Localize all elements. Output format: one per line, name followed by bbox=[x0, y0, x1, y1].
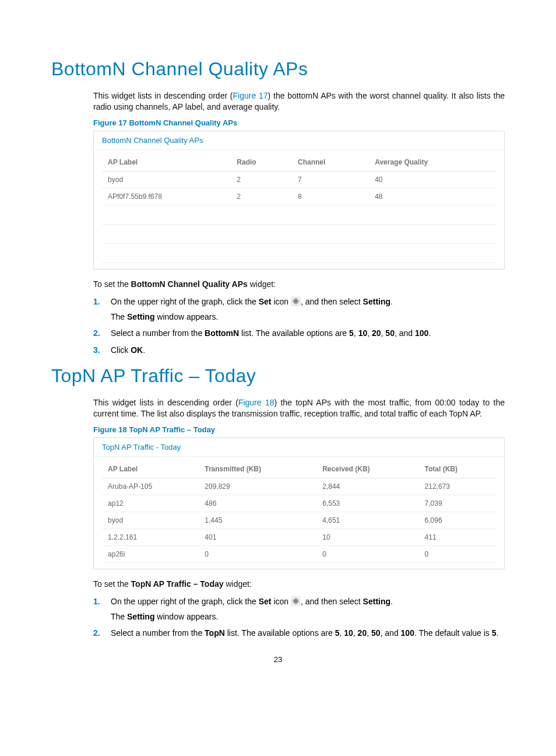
step-text: On the upper right of the graph, click t… bbox=[111, 597, 393, 606]
text: , bbox=[354, 328, 358, 338]
step-item: 2. Select a number from the TopN list. T… bbox=[93, 627, 505, 639]
step-item: 1. On the upper right of the graph, clic… bbox=[93, 596, 505, 623]
cell: 48 bbox=[369, 188, 496, 205]
bold-text: 10 bbox=[358, 328, 368, 338]
cell: 2 bbox=[231, 188, 292, 205]
table-header-row: AP Label Transmitted (KB) Received (KB) … bbox=[102, 460, 496, 478]
text: , bbox=[367, 628, 371, 638]
text: icon bbox=[272, 297, 291, 306]
table-row-empty: . bbox=[102, 224, 496, 243]
table-row: 1.2.2.161 401 10 411 bbox=[102, 528, 496, 545]
text: window appears. bbox=[154, 612, 218, 621]
col-transmitted: Transmitted (KB) bbox=[199, 460, 316, 478]
bold-text: 5 bbox=[349, 328, 354, 338]
bold-text: 50 bbox=[385, 328, 395, 338]
cell: 1,445 bbox=[199, 512, 316, 528]
table-row-empty: . bbox=[102, 205, 496, 224]
figure-17-caption: Figure 17 BottomN Channel Quality APs bbox=[93, 118, 505, 127]
widget-bottomn-channel-quality: BottomN Channel Quality APs AP Label Rad… bbox=[93, 131, 505, 270]
cell: 0 bbox=[316, 545, 418, 562]
text: , bbox=[353, 628, 358, 638]
bold-text: Setting bbox=[127, 312, 154, 321]
bold-text: Setting bbox=[363, 597, 390, 606]
section-title-bottomn: BottomN Channel Quality APs bbox=[51, 58, 505, 80]
step-number: 3. bbox=[93, 344, 100, 356]
text: . The default value is bbox=[414, 628, 492, 638]
text: , and then select bbox=[301, 597, 363, 606]
text: . bbox=[497, 628, 499, 638]
table-row: byod 2 7 40 bbox=[102, 171, 496, 188]
step-subtext: The Setting window appears. bbox=[111, 611, 505, 622]
text: The bbox=[111, 312, 127, 321]
cell: 40 bbox=[369, 171, 496, 188]
figure-18-caption: Figure 18 TopN AP Traffic – Today bbox=[93, 425, 505, 434]
intro-text: This widget lists in descending order ( bbox=[93, 398, 238, 407]
figure-18-link[interactable]: Figure 18 bbox=[238, 398, 275, 407]
text: On the upper right of the graph, click t… bbox=[111, 297, 259, 306]
cell: Aruba-AP-105 bbox=[102, 478, 199, 495]
cell: 10 bbox=[316, 528, 418, 545]
text: , and then select bbox=[301, 297, 363, 306]
widget-title: TopN AP Traffic - Today bbox=[94, 438, 504, 457]
cell: 2 bbox=[231, 171, 292, 188]
text: , and bbox=[395, 328, 415, 338]
section-title-topn: TopN AP Traffic – Today bbox=[51, 365, 505, 387]
col-received: Received (KB) bbox=[316, 460, 418, 478]
col-ap-label: AP Label bbox=[102, 153, 231, 172]
cell: 7 bbox=[292, 171, 369, 188]
page-number: 23 bbox=[51, 655, 505, 664]
cell: APf0f7.55b9.f678 bbox=[102, 188, 231, 205]
text: , bbox=[367, 328, 372, 338]
text: . bbox=[390, 297, 393, 306]
cell: 7,039 bbox=[419, 495, 496, 512]
table-row: ap12 486 6,553 7,039 bbox=[102, 495, 496, 512]
cell: 0 bbox=[419, 545, 496, 562]
bold-text: Setting bbox=[127, 612, 154, 621]
figure-17-link[interactable]: Figure 17 bbox=[233, 91, 268, 100]
bold-text: 10 bbox=[344, 628, 353, 638]
gear-icon bbox=[291, 597, 300, 606]
cell: 2,844 bbox=[316, 478, 418, 495]
bold-text: 20 bbox=[372, 328, 381, 338]
text: , and bbox=[381, 628, 401, 638]
bold-text: TopN AP Traffic – Today bbox=[131, 579, 224, 589]
step-text: Select a number from the TopN list. The … bbox=[111, 628, 498, 638]
text: window appears. bbox=[154, 312, 218, 321]
preset-line-2: To set the TopN AP Traffic – Today widge… bbox=[93, 579, 505, 590]
cell: 486 bbox=[199, 495, 316, 512]
step-item: 3. Click OK. bbox=[93, 344, 505, 356]
cell: 209,829 bbox=[199, 478, 316, 495]
intro-paragraph-1: This widget lists in descending order (F… bbox=[93, 90, 505, 113]
col-avg-quality: Average Quality bbox=[369, 153, 496, 172]
text: Select a number from the bbox=[111, 628, 205, 638]
text: list. The available options are bbox=[225, 628, 335, 638]
text: To set the bbox=[93, 579, 131, 589]
intro-paragraph-2: This widget lists in descending order (F… bbox=[93, 397, 505, 419]
cell: 411 bbox=[419, 528, 496, 545]
table-row-empty: . bbox=[102, 243, 496, 262]
text: icon bbox=[272, 597, 291, 606]
text: Select a number from the bbox=[111, 328, 205, 338]
cell: 6,553 bbox=[316, 495, 418, 512]
text: widget: bbox=[248, 279, 276, 289]
cell: byod bbox=[102, 512, 199, 528]
widget-title: BottomN Channel Quality APs bbox=[94, 131, 504, 150]
table-row: byod 1,445 4,651 6,096 bbox=[102, 512, 496, 528]
bold-text: 100 bbox=[415, 328, 428, 338]
step-number: 1. bbox=[93, 596, 100, 607]
bold-text: BottomN Channel Quality APs bbox=[131, 279, 248, 289]
text: . bbox=[428, 328, 431, 338]
table-row: ap26i 0 0 0 bbox=[102, 545, 496, 562]
text: Click bbox=[111, 345, 131, 355]
cell: ap26i bbox=[102, 545, 199, 562]
text: The bbox=[111, 612, 127, 621]
table-row: Aruba-AP-105 209,829 2,844 212,673 bbox=[102, 478, 496, 495]
text: . bbox=[390, 597, 393, 606]
step-item: 2. Select a number from the BottomN list… bbox=[93, 327, 505, 339]
cell: 6,096 bbox=[419, 512, 496, 528]
preset-line-1: To set the BottomN Channel Quality APs w… bbox=[93, 279, 505, 290]
bold-text: Set bbox=[259, 597, 272, 606]
col-total: Total (KB) bbox=[419, 460, 496, 478]
bold-text: 50 bbox=[371, 628, 381, 638]
text: list. The available options are bbox=[239, 328, 349, 338]
